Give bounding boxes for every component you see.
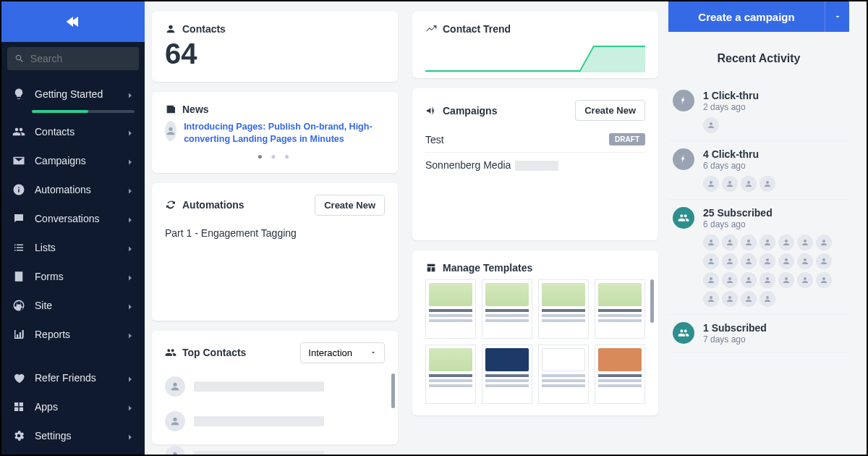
template-thumb[interactable] bbox=[538, 279, 589, 339]
activity-icon bbox=[673, 90, 694, 111]
activity-icon bbox=[673, 148, 694, 170]
activity-item[interactable]: 1 Click-thru 2 days ago bbox=[668, 83, 849, 141]
bulb-icon bbox=[12, 87, 26, 101]
mini-avatar bbox=[703, 176, 719, 192]
search-box[interactable] bbox=[7, 47, 139, 70]
activity-title: 4 Click-thru bbox=[703, 148, 845, 160]
mini-avatar bbox=[722, 272, 738, 288]
create-automation-button[interactable]: Create New bbox=[315, 195, 385, 216]
sidebar-item-apps[interactable]: Apps bbox=[1, 392, 145, 421]
sidebar-item-label: Lists bbox=[35, 242, 126, 253]
scrollbar[interactable] bbox=[391, 373, 395, 408]
create-campaign-button[interactable]: Create New bbox=[575, 100, 645, 121]
template-thumb[interactable] bbox=[595, 345, 645, 404]
globe-icon bbox=[12, 298, 26, 313]
auto-icon bbox=[12, 182, 26, 197]
mini-avatar bbox=[760, 176, 775, 192]
sidebar-item-label: Automations bbox=[35, 184, 126, 195]
automations-title: Automations bbox=[182, 199, 244, 211]
campaign-row[interactable]: Sonnenberg Media bbox=[425, 152, 645, 177]
mini-avatar bbox=[722, 235, 738, 250]
chevron-right-icon bbox=[126, 90, 135, 98]
template-thumb[interactable] bbox=[425, 279, 476, 339]
mini-avatar bbox=[741, 235, 757, 250]
sidebar-item-campaigns[interactable]: Campaigns bbox=[1, 146, 145, 175]
search-input[interactable] bbox=[30, 53, 132, 64]
template-thumb[interactable] bbox=[482, 279, 532, 339]
sidebar-item-label: Conversations bbox=[35, 213, 126, 224]
scrollbar[interactable] bbox=[650, 279, 654, 323]
caret-down-icon bbox=[370, 349, 377, 356]
search-icon bbox=[14, 53, 25, 64]
template-thumb[interactable] bbox=[425, 345, 476, 404]
sidebar-item-lists[interactable]: Lists bbox=[1, 233, 145, 262]
user-icon bbox=[165, 23, 176, 35]
template-thumb[interactable] bbox=[538, 345, 589, 404]
activity-icon bbox=[673, 322, 694, 344]
mini-avatar bbox=[703, 117, 719, 133]
sidebar-item-getting-started[interactable]: Getting Started bbox=[1, 80, 145, 109]
horn-icon bbox=[425, 105, 437, 117]
sidebar-item-label: Settings bbox=[35, 430, 126, 442]
heart-icon bbox=[12, 371, 26, 385]
sidebar-item-label: Apps bbox=[35, 401, 126, 413]
top-contacts-title: Top Contacts bbox=[182, 347, 246, 358]
chevron-right-icon bbox=[126, 330, 135, 339]
sidebar-item-reports[interactable]: Reports bbox=[1, 320, 145, 349]
logo[interactable] bbox=[1, 1, 145, 42]
template-thumb[interactable] bbox=[595, 279, 645, 339]
activity-item[interactable]: 1 Subscribed 7 days ago bbox=[668, 315, 849, 352]
news-pagination-dots[interactable]: ● ● ● bbox=[165, 151, 385, 161]
activity-item[interactable]: 4 Click-thru 6 days ago bbox=[668, 141, 849, 200]
cta-dropdown[interactable] bbox=[825, 1, 849, 32]
sidebar-item-contacts[interactable]: Contacts bbox=[1, 117, 145, 146]
sidebar: Getting Started Contacts Campaigns Autom… bbox=[1, 1, 145, 455]
activity-item[interactable]: 25 Subscribed 6 days ago bbox=[668, 200, 849, 315]
activity-time: 2 days ago bbox=[703, 102, 845, 112]
chevron-right-icon bbox=[126, 373, 135, 382]
automation-item[interactable]: Part 1 - Engagement Tagging bbox=[165, 221, 385, 245]
mini-avatar bbox=[778, 235, 794, 250]
mini-avatar bbox=[760, 272, 775, 288]
news-avatar bbox=[165, 121, 176, 141]
contacts-card: Contacts 64 bbox=[152, 12, 398, 82]
top-contacts-sort-select[interactable]: Interaction bbox=[300, 342, 385, 363]
mini-avatar bbox=[703, 235, 719, 250]
campaign-row[interactable]: Test DRAFT bbox=[425, 127, 645, 152]
mini-avatar bbox=[816, 253, 832, 269]
apps-icon bbox=[12, 400, 26, 414]
create-campaign-cta[interactable]: Create a campaign bbox=[668, 1, 825, 32]
sort-value: Interaction bbox=[308, 347, 352, 358]
news-icon bbox=[165, 104, 176, 115]
news-headline-link[interactable]: Introducing Pages: Publish On-brand, Hig… bbox=[184, 121, 385, 145]
mini-avatar bbox=[797, 272, 813, 288]
mini-avatar bbox=[816, 235, 832, 250]
sidebar-item-conversations[interactable]: Conversations bbox=[1, 204, 145, 233]
sidebar-item-refer-friends[interactable]: Refer Friends bbox=[1, 363, 145, 392]
top-contact-row[interactable] bbox=[165, 439, 385, 455]
mini-avatar bbox=[722, 253, 738, 269]
template-thumb[interactable] bbox=[482, 345, 532, 404]
top-contact-row[interactable] bbox=[165, 404, 385, 439]
sidebar-item-settings[interactable]: Settings bbox=[1, 421, 145, 450]
news-card: News Introducing Pages: Publish On-brand… bbox=[152, 92, 398, 173]
top-contact-row[interactable] bbox=[165, 369, 385, 404]
top-contacts-card: Top Contacts Interaction bbox=[152, 331, 398, 444]
layout-icon bbox=[425, 262, 437, 274]
mini-avatar bbox=[741, 291, 757, 307]
activity-title: 1 Subscribed bbox=[703, 322, 845, 334]
trend-icon bbox=[425, 23, 437, 35]
chart-icon bbox=[12, 327, 26, 342]
campaigns-card: Campaigns Create New Test DRAFT Sonnenbe… bbox=[412, 88, 658, 240]
sidebar-item-forms[interactable]: Forms bbox=[1, 262, 145, 291]
mini-avatar bbox=[722, 176, 738, 192]
activity-title: 25 Subscribed bbox=[703, 207, 845, 219]
sidebar-item-automations[interactable]: Automations bbox=[1, 175, 145, 204]
sidebar-item-site[interactable]: Site bbox=[1, 291, 145, 320]
chevron-right-icon bbox=[126, 272, 135, 281]
mini-avatar bbox=[760, 291, 775, 307]
contacts-title: Contacts bbox=[182, 23, 226, 35]
chevron-right-icon bbox=[126, 431, 135, 440]
contacts-count: 64 bbox=[165, 38, 385, 70]
campaign-name: Test bbox=[425, 134, 444, 145]
